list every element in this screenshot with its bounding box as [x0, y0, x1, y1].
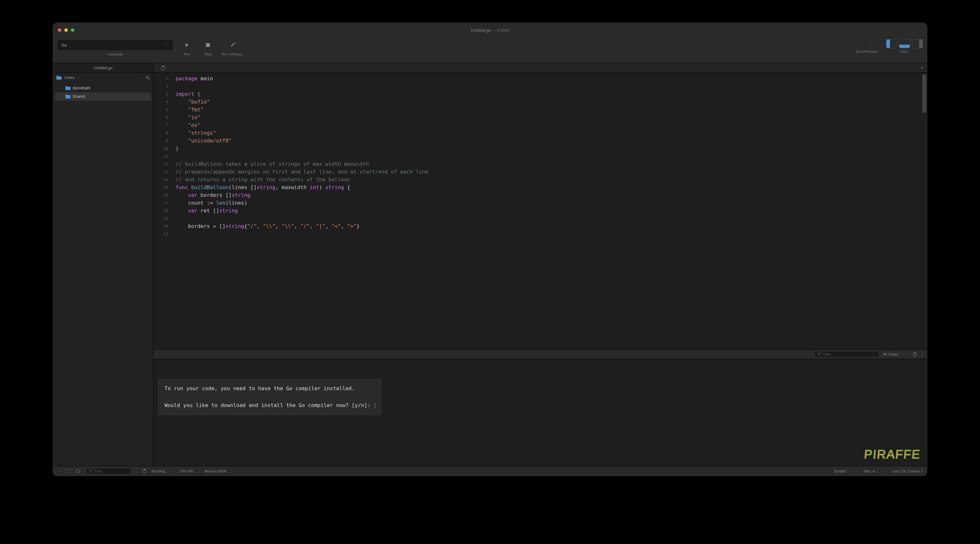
nav-forward-icon[interactable]: › [142, 75, 143, 80]
editor-area: 123456789101112131415161718192021 packag… [154, 73, 927, 466]
view-label: View [900, 49, 907, 53]
toggle-left-panel-button[interactable] [886, 39, 897, 48]
run-button[interactable] [180, 39, 194, 51]
svg-rect-6 [76, 469, 79, 473]
symbol-select[interactable]: Symbol ⌃⌄ [834, 469, 852, 473]
toggle-right-panel-button[interactable] [912, 39, 923, 48]
file-sidebar: Users ⌄ ‹ › › danielbahl › [53, 73, 154, 466]
trash-icon[interactable] [913, 352, 917, 356]
main-area: Users ⌄ ‹ › › danielbahl › [53, 73, 927, 466]
traffic-lights [58, 28, 75, 32]
minimize-window-button[interactable] [64, 28, 68, 32]
status-cpu: CPU 0% [180, 469, 193, 473]
console-line-2: Would you like to download and install t… [164, 402, 374, 408]
svg-point-1 [146, 76, 149, 79]
tab-active[interactable]: Untitled.go [53, 63, 154, 73]
stop-button[interactable] [201, 39, 215, 51]
search-icon[interactable] [146, 76, 150, 80]
chevron-updown-icon: ⌃⌄ [876, 470, 881, 473]
toolbar: Go ⌃⌄ Language Run Stop Run Settings… [53, 37, 927, 63]
tab-bar: Untitled.go + [53, 63, 927, 73]
disclosure-icon[interactable]: › [60, 95, 64, 99]
filter-placeholder: Filter [823, 352, 831, 356]
chevron-down-icon[interactable]: ⌄ [921, 352, 924, 356]
run-settings-button[interactable] [226, 39, 241, 51]
chevron-updown-icon: ⌃⌄ [846, 470, 852, 473]
folder-icon [56, 76, 62, 80]
sidebar-filter-placeholder: Filter [95, 469, 102, 473]
file-tree: › danielbahl › Shared [53, 83, 153, 102]
title-filename: Untitled.go [471, 28, 491, 33]
status-memory: Memory 800K [205, 469, 227, 473]
sidebar-header: Users ⌄ ‹ › [53, 73, 153, 83]
close-window-button[interactable] [58, 28, 62, 32]
new-folder-icon[interactable] [66, 469, 71, 473]
console-output[interactable]: To run your code, you need to have the G… [154, 359, 927, 466]
status-bar: ＋ Filter | Running… | CPU 0% | Memory 80… [53, 466, 927, 476]
console-line-1: To run your code, you need to have the G… [164, 384, 375, 393]
code-editor[interactable]: 123456789101112131415161718192021 packag… [154, 73, 927, 349]
disclosure-icon[interactable]: › [60, 86, 64, 90]
window-title: Untitled.go — Edited [53, 28, 927, 33]
nav-back-icon[interactable]: ‹ [138, 75, 139, 80]
export-icon[interactable] [76, 469, 81, 473]
chevron-updown-icon: ⌃⌄ [164, 43, 169, 47]
run-settings-label: Run Settings… [221, 52, 245, 56]
titlebar: Untitled.go — Edited [53, 23, 927, 37]
svg-rect-0 [206, 43, 210, 47]
filter-icon [818, 353, 821, 356]
filter-icon [89, 469, 92, 473]
tabs-select[interactable]: Tabs: 4 ⌃⌄ [863, 469, 881, 473]
add-file-button[interactable]: ＋ [57, 469, 60, 473]
language-label: Language [108, 52, 123, 56]
code-content[interactable]: package main import ( "bufio" "fmt" "io"… [172, 73, 927, 349]
spinner-icon [143, 469, 146, 473]
zoom-window-button[interactable] [71, 28, 75, 32]
spinner-icon [161, 66, 165, 70]
chevron-down-icon: ⌄ [77, 76, 80, 80]
sidebar-root-label[interactable]: Users [64, 75, 74, 80]
stop-label: Stop [204, 52, 212, 56]
forward-button[interactable]: › [867, 39, 876, 48]
back-button[interactable]: ‹ [858, 39, 867, 48]
line-gutter: 123456789101112131415161718192021 [154, 73, 172, 349]
tree-item-label: danielbahl [73, 86, 91, 90]
folder-icon [65, 95, 71, 99]
cursor-position: Line 118, Column 2 [892, 469, 923, 473]
folder-icon [65, 86, 71, 90]
svg-line-2 [148, 78, 150, 80]
status-running: Running… [151, 469, 169, 473]
brand-logo: PIRAFFE [864, 447, 921, 461]
output-mode-select[interactable]: All Output ⌃⌄ [883, 352, 905, 356]
toggle-bottom-panel-button[interactable] [899, 39, 910, 48]
backforward-label: Back/Forward [856, 49, 878, 53]
add-tab-button[interactable]: + [920, 64, 924, 71]
sidebar-filter-input[interactable]: Filter [86, 468, 131, 474]
console-prompt-box: To run your code, you need to have the G… [158, 379, 382, 415]
text-cursor [375, 403, 375, 409]
tab-label: Untitled.go [94, 66, 112, 70]
tree-item-danielbahl[interactable]: › danielbahl [55, 84, 151, 92]
language-value: Go [61, 43, 67, 48]
console-toolbar: Filter All Output ⌃⌄ ⌄ [154, 349, 927, 359]
language-select[interactable]: Go ⌃⌄ [57, 39, 173, 51]
app-window: Untitled.go — Edited Go ⌃⌄ Language Run … [53, 23, 927, 476]
chevron-updown-icon: ⌃⌄ [900, 353, 905, 356]
title-edited-suffix: — Edited [491, 28, 509, 33]
tree-item-shared[interactable]: › Shared [55, 92, 151, 101]
tree-item-label: Shared [73, 94, 85, 99]
console-filter-input[interactable]: Filter [815, 351, 879, 358]
run-label: Run [184, 52, 191, 56]
vertical-scrollbar[interactable] [922, 74, 926, 113]
